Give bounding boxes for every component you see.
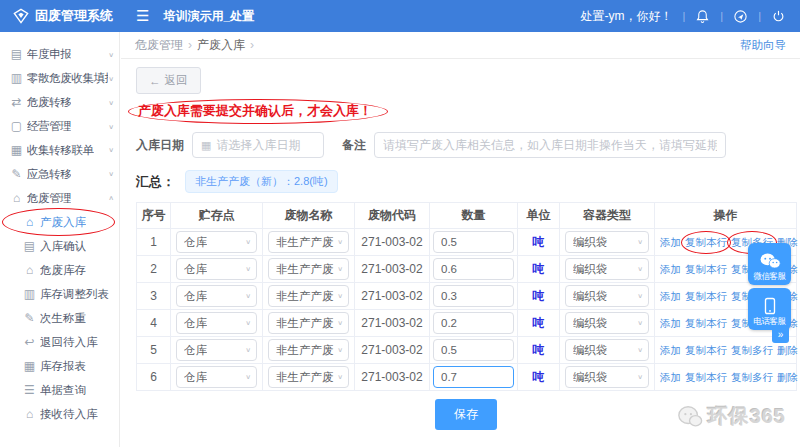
waste-name-select[interactable]: 非生产产废∨ (268, 258, 349, 280)
action-delete[interactable]: 删除 (777, 344, 798, 356)
action-copy-multi[interactable]: 复制多行 (731, 344, 773, 356)
action-delete[interactable]: 删除 (777, 371, 798, 383)
breadcrumb: 危废管理 › 产废入库 › 帮助向导 (121, 32, 800, 59)
action-add[interactable]: 添加 (660, 344, 681, 356)
action-add[interactable]: 添加 (660, 317, 681, 329)
inbound-form-row: 入库日期 ▦ 备注 (136, 132, 792, 158)
sidebar-subitem[interactable]: ▦库存报表 (0, 354, 119, 378)
column-header: 单位 (518, 203, 560, 229)
sidebar-item[interactable]: ▥零散危废收集填报∨ (0, 66, 119, 90)
phone-service-button[interactable]: 电话客服 (748, 288, 791, 330)
container-type-select[interactable]: 编织袋∨ (565, 258, 649, 280)
storage-select[interactable]: 仓库∨ (176, 258, 257, 280)
breadcrumb-level2[interactable]: 产废入库 (197, 37, 245, 54)
guide-send-icon[interactable] (733, 9, 748, 24)
remark-input[interactable] (383, 138, 717, 152)
waste-name-select[interactable]: 非生产产废∨ (268, 366, 349, 388)
storage-select[interactable]: 仓库∨ (176, 366, 257, 388)
container-type-select[interactable]: 编织袋∨ (565, 231, 649, 253)
inbound-date-picker[interactable]: ▦ (192, 132, 324, 158)
action-add[interactable]: 添加 (660, 263, 681, 275)
summary-badge: 非生产产废（新）：2.8(吨) (185, 170, 338, 193)
row-index: 6 (137, 364, 171, 391)
container-type-select[interactable]: 编织袋∨ (565, 339, 649, 361)
notification-bell-icon[interactable] (695, 9, 710, 24)
chevron-down-icon: ∨ (337, 238, 343, 245)
app-title: 固废管理系统 (35, 7, 113, 25)
container-type-select[interactable]: 编织袋∨ (565, 312, 649, 334)
wechat-service-label: 微信客服 (754, 271, 786, 283)
sidebar-subitem[interactable]: ✎次生称重 (0, 306, 119, 330)
back-button[interactable]: ← 返回 (136, 67, 201, 94)
quantity-input[interactable] (433, 366, 514, 388)
sidebar-subitem[interactable]: ⌂产废入库 (0, 210, 119, 234)
action-copy-row[interactable]: 复制本行 (685, 236, 727, 248)
sidebar-item[interactable]: ▦收集转移联单∨ (0, 138, 119, 162)
sidebar-nav: ▤年度申报∨▥零散危废收集填报∨⇄危废转移∨▢经营管理∨▦收集转移联单∨✎应急转… (0, 32, 120, 447)
chevron-down-icon: ∨ (245, 319, 251, 326)
column-header: 操作 (655, 203, 797, 229)
action-copy-row[interactable]: 复制本行 (685, 290, 727, 302)
quantity-input[interactable] (433, 339, 514, 361)
container-type-select[interactable]: 编织袋∨ (565, 366, 649, 388)
storage-select[interactable]: 仓库∨ (176, 339, 257, 361)
watermark-text: 环保365 (708, 403, 786, 430)
column-header: 序号 (137, 203, 171, 229)
hamburger-menu-icon[interactable]: ☰ (136, 7, 149, 25)
quantity-input[interactable] (433, 285, 514, 307)
sidebar-item[interactable]: ▤年度申报∨ (0, 42, 119, 66)
table-row: 4仓库∨非生产产废∨271-003-02吨编织袋∨添加复制本行复制多行删除 (137, 310, 797, 337)
table-row: 5仓库∨非生产产废∨271-003-02吨编织袋∨添加复制本行复制多行删除 (137, 337, 797, 364)
chevron-up-icon: ∧ (108, 194, 114, 201)
remark-box[interactable] (374, 132, 726, 158)
workspace-tab[interactable]: 培训演示用_处置 (163, 8, 254, 25)
main-panel: 危废管理 › 产废入库 › 帮助向导 ← 返回 产废入库需要提交并确认后，才会入… (121, 32, 800, 447)
action-add[interactable]: 添加 (660, 236, 681, 248)
storage-select[interactable]: 仓库∨ (176, 231, 257, 253)
sidebar-subitem[interactable]: ⌂危废库存 (0, 258, 119, 282)
action-copy-row[interactable]: 复制本行 (685, 317, 727, 329)
waste-name-select[interactable]: 非生产产废∨ (268, 339, 349, 361)
action-copy-row[interactable]: 复制本行 (685, 344, 727, 356)
wechat-service-button[interactable]: 微信客服 (748, 243, 791, 285)
wechat-icon (759, 252, 781, 270)
action-copy-row[interactable]: 复制本行 (685, 371, 727, 383)
help-guide-link[interactable]: 帮助向导 (740, 38, 786, 53)
sidebar-subitem[interactable]: ☰单据查询 (0, 378, 119, 402)
waste-name-select[interactable]: 非生产产废∨ (268, 312, 349, 334)
inbound-date-input[interactable] (216, 138, 315, 152)
quantity-input[interactable] (433, 258, 514, 280)
action-add[interactable]: 添加 (660, 371, 681, 383)
waste-name-select[interactable]: 非生产产废∨ (268, 231, 349, 253)
doc-query-icon: ☰ (22, 383, 37, 397)
storage-select[interactable]: 仓库∨ (176, 285, 257, 307)
sidebar-subitem[interactable]: ↩退回待入库 (0, 330, 119, 354)
quantity-input[interactable] (433, 231, 514, 253)
storage-select[interactable]: 仓库∨ (176, 312, 257, 334)
column-header: 废物代码 (355, 203, 430, 229)
breadcrumb-level1[interactable]: 危废管理 (135, 37, 183, 54)
sidebar-item[interactable]: ⇄危废转移∨ (0, 90, 119, 114)
container-type-select[interactable]: 编织袋∨ (565, 285, 649, 307)
sidebar-item[interactable]: ⌂危废管理∧ (0, 186, 119, 210)
chevron-down-icon: ∨ (108, 50, 114, 57)
table-row: 6仓库∨非生产产废∨271-003-02吨编织袋∨添加复制本行复制多行删除 (137, 364, 797, 391)
remark-field-label: 备注 (342, 137, 366, 154)
action-add[interactable]: 添加 (660, 290, 681, 302)
sidebar-subitem[interactable]: ⌂接收待入库 (0, 402, 119, 426)
sidebar-subitem[interactable]: ▥库存调整列表 (0, 282, 119, 306)
sidebar-item[interactable]: ▢经营管理∨ (0, 114, 119, 138)
action-copy-row[interactable]: 复制本行 (685, 263, 727, 275)
user-greeting: 处置-ym，你好！ (580, 8, 672, 25)
summary-row: 汇总： 非生产产废（新）：2.8(吨) (136, 170, 792, 193)
waste-stock-icon: ⌂ (22, 263, 37, 277)
sidebar-item[interactable]: ✎应急转移∨ (0, 162, 119, 186)
waste-name-select[interactable]: 非生产产废∨ (268, 285, 349, 307)
action-copy-multi[interactable]: 复制多行 (731, 371, 773, 383)
collapse-arrow-button[interactable]: » (772, 326, 789, 343)
logout-power-icon[interactable] (771, 9, 786, 24)
save-button[interactable]: 保存 (435, 399, 497, 430)
sidebar-subitem[interactable]: ▤入库确认 (0, 234, 119, 258)
quantity-input[interactable] (433, 312, 514, 334)
annual-report-icon: ▤ (9, 47, 24, 61)
